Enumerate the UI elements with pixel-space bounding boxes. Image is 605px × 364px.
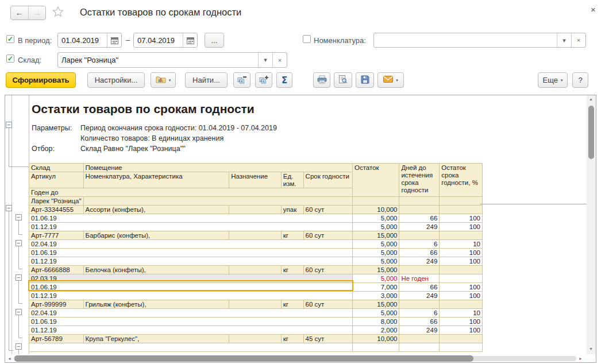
- table-cell[interactable]: Ларек "Розница": [29, 197, 84, 206]
- period-from-input[interactable]: 01.04.2019: [57, 33, 122, 48]
- vertical-scrollbar[interactable]: ▲ ▼: [587, 95, 596, 354]
- table-cell[interactable]: Ассорти (конфеты),: [83, 206, 229, 214]
- table-cell[interactable]: 7,000: [353, 283, 399, 292]
- warehouse-combobox[interactable]: Ларек "Розница" ▾ ×: [57, 52, 287, 68]
- table-cell[interactable]: кг: [281, 266, 303, 274]
- table-cell[interactable]: 2,000: [353, 326, 399, 335]
- table-cell[interactable]: 60 сут: [303, 300, 352, 309]
- table-cell[interactable]: Арт-6666888: [29, 266, 84, 274]
- table-cell[interactable]: [399, 343, 440, 352]
- table-cell[interactable]: Арт-33344555: [29, 206, 84, 214]
- table-cell[interactable]: 01.06.19: [29, 214, 353, 223]
- print-button[interactable]: [313, 72, 330, 88]
- table-cell[interactable]: [353, 197, 399, 206]
- table-cell[interactable]: кг: [281, 231, 303, 240]
- table-cell[interactable]: Грильяж (конфеты),: [83, 300, 229, 309]
- table-cell[interactable]: 5,000: [353, 309, 399, 317]
- table-cell[interactable]: 8,000: [353, 317, 399, 326]
- table-cell[interactable]: 249: [399, 257, 440, 266]
- table-cell[interactable]: [229, 266, 282, 274]
- table-cell[interactable]: [440, 266, 483, 274]
- table-cell[interactable]: 10,000: [353, 335, 399, 343]
- date-row[interactable]: 02.04.195,000610: [29, 240, 483, 249]
- table-cell[interactable]: [399, 231, 440, 240]
- table-cell[interactable]: 249: [399, 292, 440, 300]
- table-cell[interactable]: [440, 343, 483, 352]
- table-cell[interactable]: 10: [440, 309, 483, 317]
- sum-button[interactable]: Σ: [276, 72, 292, 88]
- table-cell[interactable]: 100: [440, 249, 483, 257]
- table-cell[interactable]: 66: [399, 214, 440, 223]
- table-cell[interactable]: 100: [440, 257, 483, 266]
- collapse-group-icon[interactable]: −: [6, 122, 12, 128]
- date-row[interactable]: 01.12.193,000249100: [29, 292, 483, 300]
- table-cell[interactable]: Арт-56789: [29, 335, 84, 343]
- warehouse-checkbox[interactable]: ✓: [6, 55, 14, 63]
- date-row[interactable]: 01.06.198,00066100: [29, 317, 483, 326]
- table-cell[interactable]: 100: [440, 214, 483, 223]
- collapse-groups-button[interactable]: аб: [233, 72, 251, 88]
- sku-row[interactable]: Арт-6666888Белочка (конфеты),кг60 сут15,…: [29, 266, 483, 274]
- more-actions-button[interactable]: Еще ▾: [538, 72, 568, 88]
- table-cell[interactable]: упак: [281, 206, 303, 214]
- table-cell[interactable]: [229, 300, 282, 309]
- table-cell[interactable]: 45 сут: [303, 335, 352, 343]
- clear-icon[interactable]: ×: [272, 53, 287, 67]
- period-checkbox[interactable]: ✓: [6, 35, 14, 43]
- scroll-left-icon[interactable]: ◄: [7, 357, 11, 361]
- expand-groups-button[interactable]: аб: [255, 72, 272, 88]
- collapse-group-icon[interactable]: −: [6, 205, 12, 211]
- table-cell[interactable]: 60 сут: [303, 231, 352, 240]
- date-row[interactable]: 01.06.195,00066100: [29, 214, 483, 223]
- table-cell[interactable]: 10: [440, 240, 483, 249]
- table-cell[interactable]: [29, 343, 353, 352]
- report-variants-button[interactable]: ▾: [151, 72, 176, 88]
- table-cell[interactable]: [440, 197, 483, 206]
- table-cell[interactable]: 100: [440, 317, 483, 326]
- forward-arrow-icon[interactable]: →: [29, 6, 46, 20]
- close-icon[interactable]: ×: [591, 5, 596, 14]
- table-cell[interactable]: 5,000: [353, 274, 399, 283]
- vertical-scrollbar-thumb[interactable]: [588, 106, 594, 159]
- calendar-icon[interactable]: [183, 33, 197, 47]
- table-cell[interactable]: 249: [399, 223, 440, 231]
- date-row[interactable]: 01.12.195,000249100: [29, 257, 483, 266]
- table-cell[interactable]: 01.12.19: [29, 257, 353, 266]
- scroll-down-icon[interactable]: ▼: [589, 347, 593, 351]
- table-cell[interactable]: Арт-7777: [29, 231, 84, 240]
- collapse-group-icon[interactable]: −: [16, 240, 22, 246]
- table-cell[interactable]: 10,000: [353, 206, 399, 214]
- clear-icon[interactable]: ×: [571, 33, 585, 47]
- horizontal-scrollbar-thumb[interactable]: [14, 355, 473, 362]
- table-cell[interactable]: 66: [399, 283, 440, 292]
- table-cell[interactable]: 5,000: [353, 257, 399, 266]
- send-mail-button[interactable]: ▾: [377, 72, 404, 88]
- generate-button[interactable]: Сформировать: [6, 72, 76, 88]
- scroll-up-icon[interactable]: ▲: [589, 97, 593, 102]
- table-cell[interactable]: [440, 274, 483, 283]
- table-cell[interactable]: 6: [399, 240, 440, 249]
- table-cell[interactable]: 01.12.19: [29, 326, 353, 335]
- table-cell[interactable]: 02.03.19: [29, 274, 353, 283]
- table-cell[interactable]: [440, 300, 483, 309]
- date-row[interactable]: 01.06.197,00066100: [29, 283, 483, 292]
- table-cell[interactable]: Арт-999999: [29, 300, 84, 309]
- favorite-star-icon[interactable]: [52, 6, 64, 20]
- horizontal-scrollbar[interactable]: ◄ ►: [6, 355, 586, 362]
- collapse-group-icon[interactable]: −: [16, 343, 22, 350]
- table-cell[interactable]: 249: [399, 326, 440, 335]
- table-cell[interactable]: [83, 197, 352, 206]
- table-cell[interactable]: [440, 231, 483, 240]
- find-button[interactable]: Найти...: [185, 72, 228, 88]
- save-button[interactable]: [356, 72, 374, 88]
- table-cell[interactable]: 60 сут: [303, 266, 352, 274]
- date-row[interactable]: 02.03.195,000Не годен: [29, 274, 483, 283]
- table-cell[interactable]: Не годен: [399, 274, 440, 283]
- date-row[interactable]: [29, 343, 483, 352]
- table-cell[interactable]: 01.12.19: [29, 292, 353, 300]
- table-cell[interactable]: 6: [399, 309, 440, 317]
- table-cell[interactable]: 100: [440, 292, 483, 300]
- table-cell[interactable]: 01.06.19: [29, 283, 353, 292]
- sku-row[interactable]: Арт-999999Грильяж (конфеты),кг60 сут15,0…: [29, 300, 483, 309]
- calendar-icon[interactable]: [107, 33, 121, 47]
